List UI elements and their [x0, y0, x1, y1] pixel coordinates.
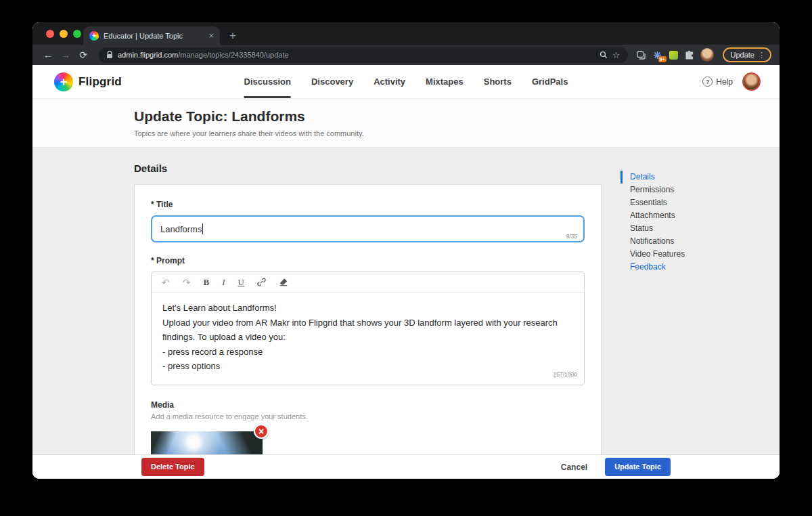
zoom-window-button[interactable]	[73, 30, 81, 38]
help-button[interactable]: ? Help	[702, 77, 733, 87]
side-nav: Details Permissions Essentials Attachmen…	[621, 171, 685, 274]
nav-item-gridpals[interactable]: GridPals	[532, 65, 568, 98]
extension-badge: 9+	[658, 56, 667, 62]
tab-strip: + Educator | Update Topic × +	[32, 22, 780, 45]
title-label: * Title	[151, 200, 585, 209]
sidebar-item-essentials[interactable]: Essentials	[621, 196, 685, 209]
media-label: Media	[151, 400, 585, 410]
minimize-window-button[interactable]	[60, 30, 68, 38]
browser-menu-icon[interactable]: ⋮	[758, 51, 765, 60]
back-icon[interactable]: ←	[41, 50, 55, 60]
title-value: Landforms	[160, 224, 202, 234]
reading-list-icon[interactable]	[636, 50, 646, 60]
browser-window: + Educator | Update Topic × + ← → ⟳ admi…	[32, 22, 780, 479]
prompt-line: - press record a response	[162, 345, 574, 360]
sidebar-item-notifications[interactable]: Notifications	[621, 235, 685, 248]
extensions-puzzle-icon[interactable]	[684, 50, 694, 60]
address-bar[interactable]: admin.flipgrid.com/manage/topics/2433584…	[99, 47, 628, 63]
brand[interactable]: + Flipgrid	[54, 72, 122, 91]
browser-update-label: Update	[731, 51, 754, 59]
help-icon: ?	[702, 77, 713, 87]
redo-icon[interactable]: ↷	[183, 278, 191, 287]
header-right: ? Help	[702, 72, 761, 91]
brand-name: Flipgrid	[78, 75, 122, 89]
media-hint: Add a media resource to engage your stud…	[151, 412, 585, 421]
reload-icon[interactable]: ⟳	[76, 50, 91, 60]
title-counter: 9/35	[566, 233, 577, 240]
nav-item-discussion[interactable]: Discussion	[244, 65, 291, 98]
update-topic-button[interactable]: Update Topic	[605, 458, 671, 476]
editor-toolbar: ↶ ↷ B I U	[152, 272, 584, 293]
prompt-text[interactable]: Let's Learn about Landforms! Upload your…	[152, 293, 584, 385]
bold-button[interactable]: B	[203, 278, 209, 286]
link-icon[interactable]	[257, 278, 266, 286]
italic-button[interactable]: I	[222, 278, 225, 286]
main-content: Details * Title Landforms 9/35 * Prompt …	[32, 148, 780, 454]
nav-item-activity[interactable]: Activity	[374, 65, 405, 98]
undo-icon[interactable]: ↶	[162, 278, 170, 287]
sidebar-item-status[interactable]: Status	[621, 222, 685, 235]
profile-avatar[interactable]	[742, 72, 761, 91]
chat-extension-icon[interactable]	[669, 51, 678, 60]
traffic-lights	[46, 30, 81, 38]
extension-icon[interactable]: 9+	[652, 49, 663, 60]
nav-item-mixtapes[interactable]: Mixtapes	[426, 65, 464, 98]
clear-format-icon[interactable]	[279, 278, 288, 286]
browser-toolbar: ← → ⟳ admin.flipgrid.com/manage/topics/2…	[32, 45, 780, 65]
title-input[interactable]: Landforms 9/35	[151, 215, 585, 242]
bookmark-star-icon[interactable]: ☆	[612, 51, 621, 60]
page-title: Update Topic: Landforms	[134, 108, 780, 125]
sidebar-item-details[interactable]: Details	[621, 171, 685, 184]
close-window-button[interactable]	[46, 30, 54, 38]
nav-item-shorts[interactable]: Shorts	[484, 65, 512, 98]
nav-item-discovery[interactable]: Discovery	[311, 65, 353, 98]
prompt-line: Let's Learn about Landforms!	[162, 301, 574, 316]
help-label: Help	[716, 77, 733, 87]
url-domain: admin.flipgrid.com	[118, 51, 178, 59]
toolbar-extensions: 9+ Update ⋮	[636, 47, 771, 62]
page-banner: Update Topic: Landforms Topics are where…	[32, 99, 780, 148]
sidebar-item-permissions[interactable]: Permissions	[621, 184, 685, 196]
prompt-line: Upload your video from AR Makr into Flip…	[162, 316, 574, 345]
forward-icon[interactable]: →	[58, 50, 73, 60]
media-thumbnail-wrap: ×	[151, 431, 263, 455]
tab-close-icon[interactable]: ×	[208, 31, 214, 40]
page: + Flipgrid Discussion Discovery Activity…	[32, 65, 780, 479]
tab-favicon-icon: +	[89, 31, 99, 41]
browser-tab[interactable]: + Educator | Update Topic ×	[83, 26, 220, 45]
prompt-label: * Prompt	[151, 256, 585, 265]
url-path: /manage/topics/24335840/update	[178, 51, 288, 59]
sidebar-item-attachments[interactable]: Attachments	[621, 209, 685, 222]
sidebar-item-video-features[interactable]: Video Features	[621, 248, 685, 261]
page-subtitle: Topics are where your learners share the…	[134, 129, 780, 137]
text-cursor	[202, 223, 203, 234]
action-footer: Delete Topic Cancel Update Topic	[32, 454, 780, 479]
url-text: admin.flipgrid.com/manage/topics/2433584…	[118, 51, 595, 59]
underline-button[interactable]: U	[238, 278, 244, 286]
delete-topic-button[interactable]: Delete Topic	[141, 458, 204, 476]
search-icon[interactable]	[600, 51, 608, 59]
tab-title: Educator | Update Topic	[104, 32, 204, 40]
prompt-line: - press options	[162, 359, 574, 374]
site-nav: Discussion Discovery Activity Mixtapes S…	[244, 65, 568, 98]
remove-media-button[interactable]: ×	[254, 424, 269, 439]
flipgrid-logo-icon: +	[54, 72, 73, 91]
details-card: * Title Landforms 9/35 * Prompt ↶ ↷ B I …	[134, 184, 602, 454]
sidebar-item-feedback[interactable]: Feedback	[621, 261, 685, 274]
lock-icon	[106, 51, 113, 59]
media-thumbnail-image	[151, 431, 263, 455]
cancel-button[interactable]: Cancel	[561, 463, 587, 472]
browser-profile-avatar[interactable]	[700, 48, 714, 62]
site-header: + Flipgrid Discussion Discovery Activity…	[32, 65, 780, 99]
browser-update-button[interactable]: Update ⋮	[723, 47, 771, 62]
prompt-counter: 257/1000	[554, 368, 577, 383]
new-tab-button[interactable]: +	[229, 30, 236, 41]
prompt-editor: ↶ ↷ B I U	[151, 272, 585, 385]
